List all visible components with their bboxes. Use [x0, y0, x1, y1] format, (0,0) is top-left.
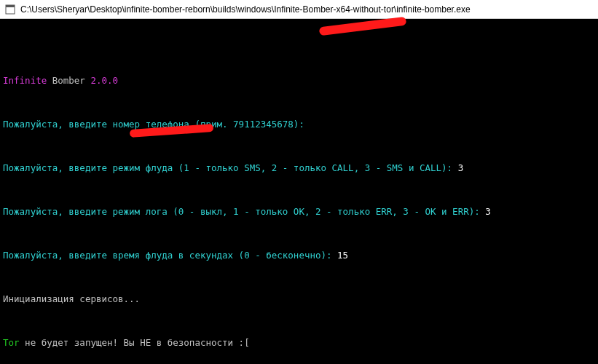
tor-word: Tor [3, 337, 20, 348]
prompt-flood-time-value: 15 [337, 250, 348, 261]
console-output[interactable]: Infinite Bomber 2.0.0 Пожалуйста, введит… [0, 19, 598, 364]
status-init: Инициализация сервисов... [3, 293, 595, 304]
redaction-mark [319, 17, 407, 36]
prompt-flood-mode-label: Пожалуйста, введите режим флуда (1 - тол… [3, 162, 458, 173]
prompt-log-mode: Пожалуйста, введите режим лога (0 - выкл… [3, 206, 595, 217]
prompt-flood-time-label: Пожалуйста, введите время флуда в секунд… [3, 250, 337, 261]
prompt-flood-mode-value: 3 [458, 162, 464, 173]
app-window: C:\Users\Sheryar\Desktop\infinite-bomber… [0, 0, 598, 364]
banner-line: Infinite Bomber 2.0.0 [3, 75, 595, 86]
svg-rect-1 [6, 5, 15, 7]
prompt-flood-mode: Пожалуйста, введите режим флуда (1 - тол… [3, 162, 595, 173]
status-tor-warning: Tor не будет запущен! Вы НЕ в безопаснос… [3, 337, 595, 348]
prompt-log-mode-label: Пожалуйста, введите режим лога (0 - выкл… [3, 206, 485, 217]
app-version: 2.0.0 [90, 75, 118, 86]
app-name: Infinite [3, 75, 47, 86]
window-title: C:\Users\Sheryar\Desktop\infinite-bomber… [20, 4, 471, 15]
titlebar[interactable]: C:\Users\Sheryar\Desktop\infinite-bomber… [0, 0, 598, 19]
prompt-flood-time: Пожалуйста, введите время флуда в секунд… [3, 250, 595, 261]
app-name-2: Bomber [47, 75, 90, 86]
prompt-log-mode-value: 3 [485, 206, 491, 217]
prompt-phone: Пожалуйста, введите номер телефона (прим… [3, 119, 595, 130]
app-icon [4, 4, 16, 15]
tor-not-started-text: не будет запущен! Вы НЕ в безопасности :… [20, 337, 250, 348]
